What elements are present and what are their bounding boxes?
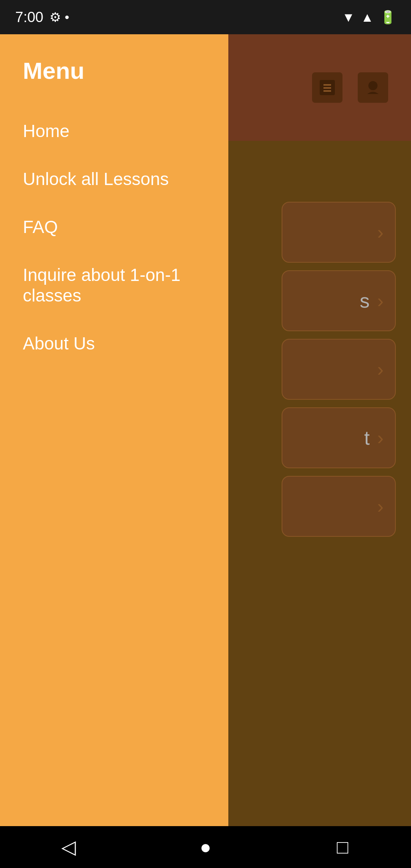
nav-home-button[interactable] [186, 836, 225, 858]
menu-item-faq[interactable]: FAQ [23, 203, 206, 251]
nav-back-button[interactable] [49, 836, 88, 858]
menu-item-home[interactable]: Home [23, 107, 206, 155]
menu-item-about[interactable]: About Us [23, 319, 206, 367]
navigation-drawer: Menu Home Unlock all Lessons FAQ Inquire… [0, 34, 228, 826]
menu-item-inquire[interactable]: Inquire about 1-on-1 classes [23, 251, 206, 319]
status-right: ▼ ▲ 🔋 [342, 10, 396, 25]
battery-icon: 🔋 [380, 10, 396, 25]
settings-icon: ⚙ [49, 10, 61, 25]
nav-recent-button[interactable] [323, 836, 362, 858]
status-icons: ⚙ • [49, 10, 69, 25]
wifi-icon: ▼ [342, 10, 355, 25]
dot-icon: • [65, 10, 69, 25]
menu-item-unlock[interactable]: Unlock all Lessons [23, 155, 206, 203]
drawer-title: Menu [23, 57, 206, 84]
bottom-nav [0, 826, 411, 868]
status-bar: 7:00 ⚙ • ▼ ▲ 🔋 [0, 0, 411, 34]
recent-icon [337, 836, 348, 858]
home-icon [200, 836, 211, 858]
status-time: 7:00 [15, 9, 43, 26]
signal-icon: ▲ [361, 10, 374, 25]
back-icon [61, 836, 76, 858]
status-left: 7:00 ⚙ • [15, 9, 69, 26]
